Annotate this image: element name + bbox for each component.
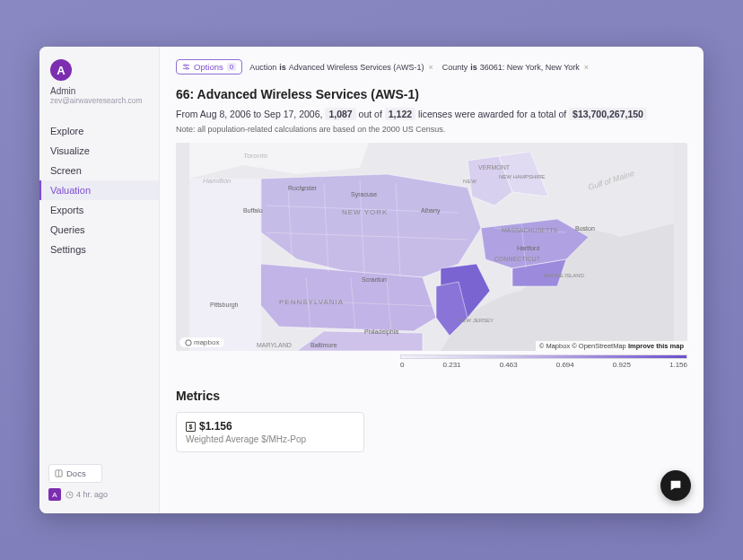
svg-text:Albany: Albany	[421, 207, 441, 214]
nav-item-explore[interactable]: Explore	[39, 121, 159, 141]
sidebar-bottom: Docs A 4 hr. ago	[39, 464, 159, 506]
svg-text:CONNECTICUT: CONNECTICUT	[494, 256, 541, 262]
svg-text:NEW YORK: NEW YORK	[342, 208, 388, 216]
filter-pill[interactable]: Auction is Advanced Wireless Services (A…	[249, 63, 433, 72]
nav-item-visualize[interactable]: Visualize	[39, 141, 159, 161]
nav-item-valuation[interactable]: Valuation	[39, 180, 159, 200]
svg-text:Rochester: Rochester	[288, 185, 318, 191]
chat-button[interactable]	[660, 470, 691, 501]
mapbox-link[interactable]: © Mapbox	[539, 342, 570, 350]
chat-icon	[669, 478, 683, 493]
svg-text:Syracuse: Syracuse	[351, 191, 377, 198]
total-amount: $13,700,267,150	[569, 108, 647, 120]
legend-tick: 0.231	[443, 361, 461, 369]
map-attribution: © Mapbox © OpenStreetMap Improve this ma…	[536, 341, 687, 351]
improve-map-link[interactable]: Improve this map	[628, 342, 684, 350]
awarded-count: 1,087	[325, 108, 355, 120]
svg-text:Scranton: Scranton	[362, 276, 387, 283]
options-button[interactable]: Options 0	[176, 59, 242, 74]
svg-text:NEW HAMPSHIRE: NEW HAMPSHIRE	[499, 174, 545, 179]
nav-item-settings[interactable]: Settings	[39, 240, 159, 259]
svg-text:NEW: NEW	[463, 179, 477, 184]
svg-text:MASSACHUSETTS: MASSACHUSETTS	[502, 227, 558, 233]
metric-value: $1.156	[199, 420, 232, 433]
legend-tick: 0.694	[556, 361, 574, 369]
legend-gradient	[400, 354, 687, 359]
nav-item-exports[interactable]: Exports	[39, 200, 159, 220]
activity-avatar: A	[48, 488, 61, 501]
filter-pill[interactable]: County is 36061: New York, New York ×	[442, 63, 589, 72]
nav-item-queries[interactable]: Queries	[39, 220, 159, 240]
svg-text:RHODE ISLAND: RHODE ISLAND	[544, 273, 585, 278]
user-email: zev@airwaveresearch.com	[50, 96, 148, 105]
sliders-icon	[182, 63, 190, 71]
page-title: 66: Advanced Wireless Services (AWS-1)	[176, 87, 687, 101]
svg-text:Buffalo: Buffalo	[243, 207, 263, 214]
sidebar: A Admin zev@airwaveresearch.com ExploreV…	[39, 47, 160, 513]
metric-value-row: $ $1.156	[186, 420, 354, 433]
svg-text:Hamilton: Hamilton	[203, 177, 232, 185]
osm-link[interactable]: © OpenStreetMap	[572, 342, 626, 350]
user-name: Admin	[50, 86, 148, 96]
mapbox-icon	[185, 339, 192, 346]
app-window: A Admin zev@airwaveresearch.com ExploreV…	[39, 47, 704, 513]
svg-text:Pittsburgh: Pittsburgh	[210, 302, 239, 309]
mapbox-logo[interactable]: mapbox	[179, 337, 224, 347]
user-avatar[interactable]: A	[50, 59, 72, 81]
filter-remove-icon[interactable]: ×	[428, 63, 433, 72]
svg-text:NEW JERSEY: NEW JERSEY	[459, 318, 494, 323]
census-note: Note: all population-related calculation…	[176, 125, 687, 134]
svg-text:VERMONT: VERMONT	[478, 164, 511, 171]
choropleth-map[interactable]: Toronto Hamilton • Rochester Buffalo NEW…	[176, 143, 687, 351]
legend-tick: 0.463	[500, 361, 518, 369]
docs-label: Docs	[66, 468, 86, 478]
svg-point-7	[185, 65, 187, 66]
filter-remove-icon[interactable]: ×	[584, 63, 589, 72]
filter-row: Options 0 Auction is Advanced Wireless S…	[176, 59, 687, 74]
activity-row: A 4 hr. ago	[48, 488, 150, 501]
svg-text:PENNSYLVANIA: PENNSYLVANIA	[279, 298, 344, 306]
user-block: Admin zev@airwaveresearch.com	[39, 86, 159, 105]
svg-point-8	[186, 67, 188, 69]
main: Options 0 Auction is Advanced Wireless S…	[160, 47, 704, 513]
legend-tick: 0	[400, 361, 404, 369]
svg-text:Baltimore: Baltimore	[310, 342, 337, 348]
total-licenses: 1,122	[385, 108, 415, 120]
svg-point-46	[186, 339, 191, 345]
legend-ticks: 00.2310.4630.6940.9251.156	[400, 361, 687, 369]
dollar-icon: $	[186, 422, 196, 432]
svg-text:MARYLAND: MARYLAND	[257, 342, 292, 348]
docs-button[interactable]: Docs	[48, 464, 102, 483]
metric-label: Weighted Average $/MHz-Pop	[186, 434, 354, 444]
legend-tick: 1.156	[669, 361, 687, 369]
nav-item-screen[interactable]: Screen	[39, 161, 159, 180]
summary-line: From Aug 8, 2006 to Sep 17, 2006, 1,087 …	[176, 109, 687, 119]
svg-text:Philadelphia: Philadelphia	[364, 328, 398, 336]
activity-time: 4 hr. ago	[66, 490, 108, 499]
map-legend: 00.2310.4630.6940.9251.156	[176, 354, 687, 369]
book-icon	[55, 469, 63, 477]
metrics-title: Metrics	[176, 389, 687, 403]
options-count: 0	[227, 63, 236, 71]
svg-text:Hartford: Hartford	[517, 245, 539, 251]
metric-card[interactable]: $ $1.156 Weighted Average $/MHz-Pop	[176, 412, 364, 452]
svg-text:Boston: Boston	[575, 225, 595, 232]
svg-text:Toronto: Toronto	[243, 152, 267, 160]
clock-icon	[66, 491, 74, 499]
legend-tick: 0.925	[613, 361, 631, 369]
nav: ExploreVisualizeScreenValuationExportsQu…	[39, 121, 159, 259]
